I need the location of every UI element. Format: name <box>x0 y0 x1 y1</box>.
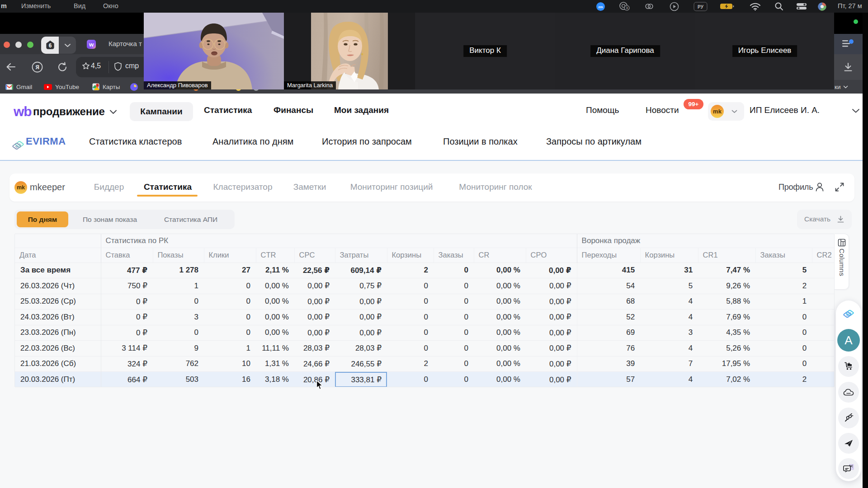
table-row-25.03.2026 (Ср)[interactable]: 25.03.2026 (Ср)0 ₽000,00 %0,00 ₽0,00 ₽00… <box>15 294 835 310</box>
cell[interactable]: 9 <box>153 341 204 357</box>
evirma-item-positions[interactable]: Позиции в полках <box>443 136 518 147</box>
wb-nav-news[interactable]: Новости <box>646 105 679 115</box>
cell[interactable]: 0 <box>434 310 474 325</box>
cell[interactable]: 76 <box>577 341 640 357</box>
menubar-menu-view[interactable]: Вид <box>74 2 85 9</box>
menubar-app-menu[interactable]: m <box>1 2 7 9</box>
cell[interactable]: 0,00 ₽ <box>526 372 577 388</box>
fab-cloud[interactable] <box>838 382 859 403</box>
cell[interactable] <box>812 294 835 310</box>
cell[interactable] <box>812 325 835 341</box>
profile-person-icon[interactable] <box>815 182 825 192</box>
evirma-fab-icon[interactable] <box>842 309 855 319</box>
cell[interactable]: 0,00 ₽ <box>335 325 387 341</box>
cell[interactable]: 0,00 % <box>256 294 294 310</box>
col-header-5[interactable]: CTR <box>256 248 294 263</box>
cell[interactable]: 0,00 % <box>474 341 526 357</box>
cell[interactable]: 20,86 ₽ <box>294 372 335 388</box>
search-icon[interactable] <box>774 0 783 13</box>
cell[interactable] <box>812 341 835 357</box>
cell[interactable]: 24,66 ₽ <box>294 356 335 372</box>
bookmark-maps[interactable]: Карты <box>92 80 120 94</box>
cell[interactable]: 0,00 ₽ <box>526 278 577 294</box>
mkeeper-tab-bidder[interactable]: Биддер <box>94 182 124 192</box>
cell[interactable]: 5,88 % <box>698 294 755 310</box>
cell[interactable]: 0 <box>204 294 256 310</box>
yandex-home-icon[interactable]: Я <box>32 61 43 73</box>
cell[interactable]: 0 <box>387 310 434 325</box>
cell[interactable]: 0 <box>387 294 434 310</box>
cell[interactable]: 0,00 % <box>256 278 294 294</box>
cell[interactable]: 2,11 % <box>256 263 294 278</box>
cell[interactable]: 609,14 ₽ <box>335 263 387 278</box>
cell[interactable]: 0 <box>434 294 474 310</box>
downloads-panel[interactable] <box>834 54 863 80</box>
cell[interactable]: 2 <box>755 372 812 388</box>
sidebar-panel-button[interactable] <box>834 34 863 54</box>
traffic-minimize-button[interactable] <box>15 42 22 48</box>
cell[interactable]: 3 <box>153 310 204 325</box>
cell[interactable]: 24.03.2026 (Вт) <box>15 310 101 325</box>
mkeeper-profile[interactable]: Профиль <box>778 183 813 192</box>
bookmark-star-icon[interactable] <box>82 62 90 70</box>
cell[interactable]: 3 <box>640 325 698 341</box>
account-name[interactable]: ИП Елисеев И. А. <box>750 105 820 115</box>
cell[interactable]: 0,00 ₽ <box>335 294 387 310</box>
table-row-20.03.2026 (Пт)[interactable]: 20.03.2026 (Пт)664 ₽503163,18 %20,86 ₽33… <box>15 372 835 388</box>
cell[interactable]: 0 <box>387 372 434 388</box>
cell[interactable]: 5 <box>755 263 812 278</box>
cell[interactable]: 0,00 ₽ <box>294 325 335 341</box>
cell[interactable]: 0,00 ₽ <box>526 294 577 310</box>
cell[interactable]: 0 <box>755 356 812 372</box>
cell[interactable]: 0,00 % <box>474 325 526 341</box>
cell[interactable]: 22.03.2026 (Вс) <box>15 341 101 357</box>
cell[interactable]: 0 <box>387 278 434 294</box>
cell[interactable]: 0 ₽ <box>101 325 153 341</box>
cell[interactable]: 16 <box>204 372 256 388</box>
col-header-12[interactable]: Переходы <box>577 248 640 263</box>
cell[interactable]: 503 <box>153 372 204 388</box>
cell[interactable]: 0 <box>153 294 204 310</box>
col-header-6[interactable]: CPC <box>294 248 335 263</box>
cell[interactable] <box>812 310 835 325</box>
tile-igor[interactable]: Игорь Елисеев <box>695 13 834 89</box>
cell[interactable]: 31 <box>640 263 698 278</box>
cell[interactable]: 4 <box>640 372 698 388</box>
cell[interactable]: 7,69 % <box>698 310 755 325</box>
cell[interactable]: 415 <box>577 263 640 278</box>
table-row-21.03.2026 (Сб)[interactable]: 21.03.2026 (Сб)324 ₽762101,31 %24,66 ₽24… <box>15 356 835 372</box>
tab-group-button[interactable]: 6 <box>41 37 59 54</box>
cell[interactable]: 20.03.2026 (Пт) <box>15 372 101 388</box>
cell[interactable]: 1 <box>204 341 256 357</box>
cell[interactable]: 0,00 ₽ <box>526 325 577 341</box>
bookmark-gmail[interactable]: Gmail <box>5 80 32 94</box>
col-header-9[interactable]: Заказы <box>434 248 474 263</box>
cell[interactable]: 0 <box>204 325 256 341</box>
cell[interactable]: 21.03.2026 (Сб) <box>15 356 101 372</box>
col-header-3[interactable]: Показы <box>153 248 204 263</box>
traffic-zoom-button[interactable] <box>27 42 33 48</box>
cell[interactable]: 0,00 ₽ <box>526 341 577 357</box>
address-url[interactable]: cmp <box>125 62 139 70</box>
video-tile-margarita[interactable]: Margarita Larkina <box>284 13 415 89</box>
evirma-item-queries[interactable]: Запросы по артикулам <box>546 136 642 147</box>
shield-icon[interactable] <box>114 62 122 71</box>
col-header-11[interactable]: CPO <box>526 248 577 263</box>
traffic-close-button[interactable] <box>4 42 10 48</box>
cell[interactable]: 1 <box>153 278 204 294</box>
cell[interactable]: 68 <box>577 294 640 310</box>
download-button[interactable]: Скачать <box>797 210 852 229</box>
cell[interactable]: 0,00 % <box>474 278 526 294</box>
cell[interactable]: 0,00 % <box>474 310 526 325</box>
cell[interactable]: 4 <box>640 294 698 310</box>
cell[interactable]: 0 <box>434 341 474 357</box>
mkeeper-tab-statistics[interactable]: Статистика <box>144 182 192 192</box>
cell[interactable]: 0,00 % <box>474 372 526 388</box>
cell[interactable]: 0 <box>434 356 474 372</box>
cell[interactable]: 0 <box>204 278 256 294</box>
battery-icon[interactable] <box>720 0 735 13</box>
wb-nav-help[interactable]: Помощь <box>586 105 619 115</box>
wifi-icon[interactable] <box>750 0 761 13</box>
other-bookmarks-button[interactable]: ки <box>835 80 848 94</box>
cell[interactable]: 0 <box>434 278 474 294</box>
